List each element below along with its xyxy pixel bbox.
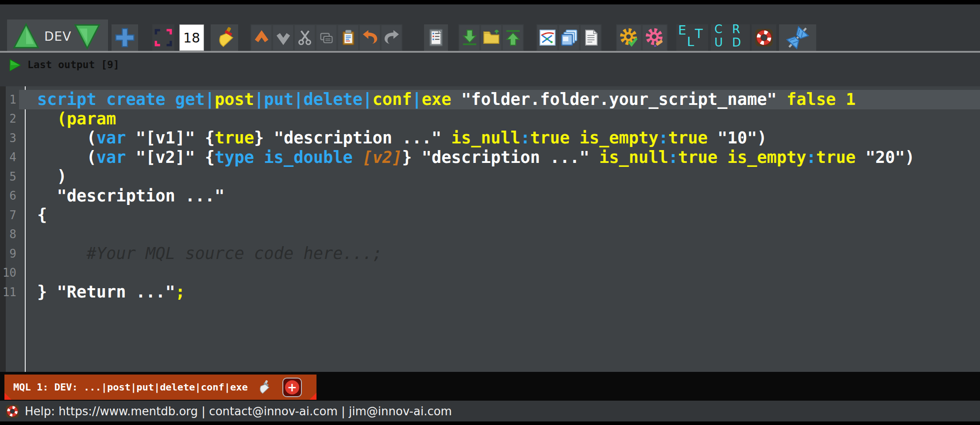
- gear-edit-icon: [644, 27, 665, 48]
- clean-button[interactable]: [211, 24, 238, 51]
- tab-bar: MQL 1: DEV: ...|post|put|delete|conf|exe…: [0, 372, 980, 401]
- code-text: (var "[v2]" {type is_double [v2]} "descr…: [19, 148, 980, 167]
- run-down-icon: [73, 22, 102, 50]
- line-number: 3: [0, 131, 19, 145]
- run-up-button[interactable]: [12, 22, 41, 50]
- connector-icon: [784, 24, 811, 51]
- env-label: DEV: [44, 29, 71, 44]
- code-text: {: [19, 205, 980, 225]
- code-line[interactable]: 10: [0, 263, 980, 283]
- play-icon: [8, 58, 21, 72]
- tab-clean-icon[interactable]: [256, 379, 271, 395]
- line-number: 5: [0, 170, 19, 183]
- status-bar: Help: https://www.mentdb.org | contact@i…: [0, 401, 980, 421]
- crud-button[interactable]: C R U D: [711, 24, 750, 51]
- open-folder-button[interactable]: [481, 25, 501, 50]
- settings-check-button[interactable]: [617, 25, 641, 50]
- run-up-icon: [12, 22, 41, 50]
- code-text: (param: [19, 109, 980, 129]
- code-line[interactable]: 6 "description ...": [0, 186, 980, 206]
- output-header: Last output [9]: [0, 53, 980, 86]
- line-number: 10: [0, 266, 19, 279]
- document-button[interactable]: [581, 25, 601, 50]
- move-down-button[interactable]: [273, 25, 293, 50]
- code-line[interactable]: 4 (var "[v2]" {type is_double [v2]} "des…: [0, 148, 980, 167]
- tab-label: MQL 1: DEV: ...|post|put|delete|conf|exe: [13, 382, 248, 393]
- settings-group: [616, 24, 667, 51]
- copy-button[interactable]: [316, 25, 336, 50]
- code-line[interactable]: 8: [0, 225, 980, 244]
- font-size-box[interactable]: 18: [178, 24, 205, 51]
- chart-icon: [539, 29, 556, 46]
- undo-icon: [362, 29, 378, 46]
- help-button[interactable]: [752, 24, 776, 51]
- line-number: 7: [0, 209, 19, 222]
- line-number: 9: [0, 247, 19, 260]
- document-icon: [582, 29, 600, 46]
- move-up-button[interactable]: [251, 25, 271, 50]
- toolbar: DEV 18: [0, 4, 980, 51]
- font-size-value: 18: [180, 25, 204, 50]
- code-text: [19, 225, 980, 244]
- export-icon: [504, 29, 522, 46]
- code-text: #Your MQL source code here...;: [19, 244, 980, 263]
- mentdb-editor-window: { "toolbar": { "env_label": "DEV", "font…: [0, 0, 980, 425]
- view-group: [536, 24, 602, 51]
- code-line[interactable]: 1script create get|post|put|delete|conf|…: [0, 90, 980, 109]
- new-tab-button[interactable]: +: [282, 378, 302, 397]
- open-folder-icon: [482, 29, 500, 46]
- status-lifebuoy-icon: [5, 404, 19, 418]
- code-line[interactable]: 7{: [0, 205, 980, 225]
- elt-button[interactable]: E L T: [676, 24, 708, 51]
- add-button[interactable]: [112, 24, 138, 51]
- edit-group: [251, 24, 402, 51]
- code-text: [19, 263, 980, 283]
- chart-button[interactable]: [537, 25, 557, 50]
- run-down-button[interactable]: [73, 22, 102, 50]
- paste-button[interactable]: [338, 25, 358, 50]
- chevron-up-icon: [253, 29, 270, 46]
- file-group: [459, 24, 524, 51]
- code-line[interactable]: 9 #Your MQL source code here...;: [0, 244, 980, 263]
- line-number: 6: [0, 189, 19, 202]
- windows-stack-icon: [560, 29, 578, 46]
- redo-button[interactable]: [382, 25, 401, 50]
- selection-icon: [154, 28, 173, 47]
- code-text: (var "[v1]" {true} "description ..." is_…: [19, 128, 980, 148]
- report-icon: [426, 27, 446, 48]
- elt-icon: E L T: [676, 24, 708, 51]
- code-text: script create get|post|put|delete|conf|e…: [19, 90, 980, 109]
- line-number: 8: [0, 228, 19, 241]
- cut-icon: [297, 29, 313, 46]
- chevron-down-icon: [275, 29, 292, 46]
- tab-mql1[interactable]: MQL 1: DEV: ...|post|put|delete|conf|exe…: [4, 375, 316, 400]
- selection-button[interactable]: [152, 24, 174, 51]
- code-line[interactable]: 3 (var "[v1]" {true} "description ..." i…: [0, 128, 980, 148]
- line-number: 4: [0, 151, 19, 164]
- code-line[interactable]: 2 (param: [0, 109, 980, 129]
- settings-edit-button[interactable]: [643, 25, 667, 50]
- paste-icon: [340, 29, 357, 46]
- import-button[interactable]: [459, 25, 479, 50]
- copy-icon: [318, 29, 335, 46]
- cut-button[interactable]: [295, 25, 315, 50]
- code-line[interactable]: 11} "Return ...";: [0, 282, 980, 302]
- line-number: 11: [0, 286, 19, 299]
- env-group: DEV: [7, 19, 108, 53]
- code-text: "description ...": [19, 186, 980, 206]
- line-number: 1: [0, 93, 19, 106]
- code-editor[interactable]: 1script create get|post|put|delete|conf|…: [0, 86, 980, 372]
- gear-check-icon: [619, 27, 639, 48]
- output-header-label: Last output [9]: [27, 59, 120, 70]
- report-button[interactable]: [424, 24, 448, 51]
- code-line[interactable]: 5 ): [0, 167, 980, 186]
- undo-button[interactable]: [360, 25, 380, 50]
- windows-stack-button[interactable]: [559, 25, 579, 50]
- code-text: ): [19, 167, 980, 186]
- clean-icon: [213, 26, 235, 50]
- add-icon: [114, 27, 135, 48]
- connector-button[interactable]: [779, 24, 816, 51]
- export-button[interactable]: [503, 25, 523, 50]
- crud-icon: C R U D: [711, 24, 750, 51]
- code-text: } "Return ...";: [19, 282, 980, 302]
